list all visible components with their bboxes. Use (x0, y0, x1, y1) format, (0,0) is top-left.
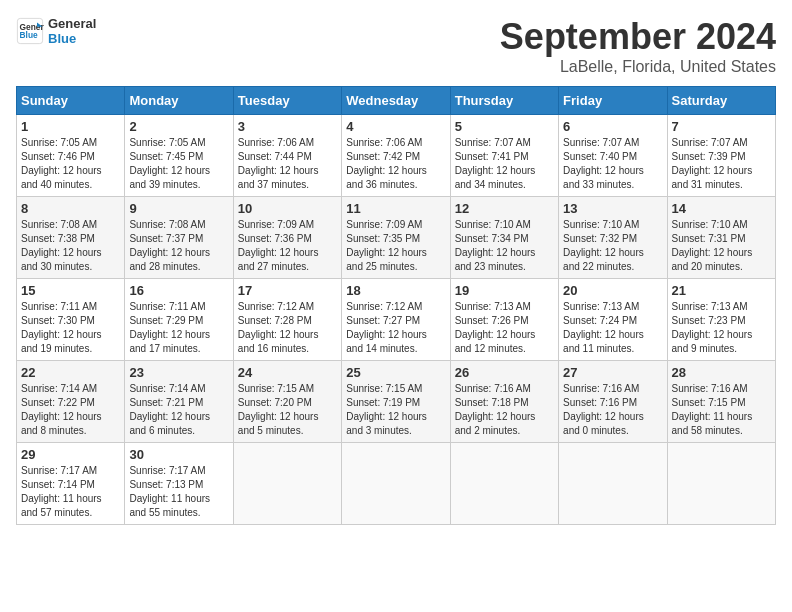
calendar-header: SundayMondayTuesdayWednesdayThursdayFrid… (17, 87, 776, 115)
day-info: Sunrise: 7:13 AMSunset: 7:24 PMDaylight:… (563, 300, 662, 356)
day-number: 27 (563, 365, 662, 380)
day-cell: 15 Sunrise: 7:11 AMSunset: 7:30 PMDaylig… (17, 279, 125, 361)
day-info: Sunrise: 7:17 AMSunset: 7:14 PMDaylight:… (21, 464, 120, 520)
day-info: Sunrise: 7:16 AMSunset: 7:16 PMDaylight:… (563, 382, 662, 438)
day-info: Sunrise: 7:10 AMSunset: 7:32 PMDaylight:… (563, 218, 662, 274)
day-number: 24 (238, 365, 337, 380)
day-info: Sunrise: 7:16 AMSunset: 7:15 PMDaylight:… (672, 382, 771, 438)
day-cell (342, 443, 450, 525)
day-number: 11 (346, 201, 445, 216)
day-cell: 23 Sunrise: 7:14 AMSunset: 7:21 PMDaylig… (125, 361, 233, 443)
day-cell: 27 Sunrise: 7:16 AMSunset: 7:16 PMDaylig… (559, 361, 667, 443)
day-cell: 6 Sunrise: 7:07 AMSunset: 7:40 PMDayligh… (559, 115, 667, 197)
header-cell-wednesday: Wednesday (342, 87, 450, 115)
title-area: September 2024 LaBelle, Florida, United … (500, 16, 776, 76)
day-cell: 1 Sunrise: 7:05 AMSunset: 7:46 PMDayligh… (17, 115, 125, 197)
day-cell (450, 443, 558, 525)
day-number: 8 (21, 201, 120, 216)
svg-text:Blue: Blue (20, 30, 38, 40)
day-info: Sunrise: 7:15 AMSunset: 7:20 PMDaylight:… (238, 382, 337, 438)
day-cell: 19 Sunrise: 7:13 AMSunset: 7:26 PMDaylig… (450, 279, 558, 361)
header-cell-sunday: Sunday (17, 87, 125, 115)
header: General Blue General Blue September 2024… (16, 16, 776, 76)
day-cell: 5 Sunrise: 7:07 AMSunset: 7:41 PMDayligh… (450, 115, 558, 197)
day-info: Sunrise: 7:16 AMSunset: 7:18 PMDaylight:… (455, 382, 554, 438)
day-cell: 11 Sunrise: 7:09 AMSunset: 7:35 PMDaylig… (342, 197, 450, 279)
day-info: Sunrise: 7:14 AMSunset: 7:21 PMDaylight:… (129, 382, 228, 438)
day-info: Sunrise: 7:12 AMSunset: 7:28 PMDaylight:… (238, 300, 337, 356)
day-number: 5 (455, 119, 554, 134)
day-info: Sunrise: 7:11 AMSunset: 7:30 PMDaylight:… (21, 300, 120, 356)
day-info: Sunrise: 7:05 AMSunset: 7:46 PMDaylight:… (21, 136, 120, 192)
day-number: 21 (672, 283, 771, 298)
day-number: 14 (672, 201, 771, 216)
day-info: Sunrise: 7:05 AMSunset: 7:45 PMDaylight:… (129, 136, 228, 192)
day-info: Sunrise: 7:15 AMSunset: 7:19 PMDaylight:… (346, 382, 445, 438)
day-number: 4 (346, 119, 445, 134)
day-number: 15 (21, 283, 120, 298)
day-cell: 28 Sunrise: 7:16 AMSunset: 7:15 PMDaylig… (667, 361, 775, 443)
week-row-3: 15 Sunrise: 7:11 AMSunset: 7:30 PMDaylig… (17, 279, 776, 361)
day-cell (667, 443, 775, 525)
day-cell: 13 Sunrise: 7:10 AMSunset: 7:32 PMDaylig… (559, 197, 667, 279)
day-cell: 14 Sunrise: 7:10 AMSunset: 7:31 PMDaylig… (667, 197, 775, 279)
calendar-table: SundayMondayTuesdayWednesdayThursdayFrid… (16, 86, 776, 525)
week-row-1: 1 Sunrise: 7:05 AMSunset: 7:46 PMDayligh… (17, 115, 776, 197)
day-number: 23 (129, 365, 228, 380)
day-info: Sunrise: 7:17 AMSunset: 7:13 PMDaylight:… (129, 464, 228, 520)
day-number: 18 (346, 283, 445, 298)
day-cell: 9 Sunrise: 7:08 AMSunset: 7:37 PMDayligh… (125, 197, 233, 279)
day-info: Sunrise: 7:09 AMSunset: 7:36 PMDaylight:… (238, 218, 337, 274)
day-number: 17 (238, 283, 337, 298)
day-info: Sunrise: 7:13 AMSunset: 7:26 PMDaylight:… (455, 300, 554, 356)
day-cell: 30 Sunrise: 7:17 AMSunset: 7:13 PMDaylig… (125, 443, 233, 525)
day-info: Sunrise: 7:07 AMSunset: 7:39 PMDaylight:… (672, 136, 771, 192)
logo-icon: General Blue (16, 17, 44, 45)
day-cell: 25 Sunrise: 7:15 AMSunset: 7:19 PMDaylig… (342, 361, 450, 443)
month-title: September 2024 (500, 16, 776, 58)
day-info: Sunrise: 7:07 AMSunset: 7:41 PMDaylight:… (455, 136, 554, 192)
day-number: 3 (238, 119, 337, 134)
day-cell: 2 Sunrise: 7:05 AMSunset: 7:45 PMDayligh… (125, 115, 233, 197)
day-number: 9 (129, 201, 228, 216)
day-info: Sunrise: 7:07 AMSunset: 7:40 PMDaylight:… (563, 136, 662, 192)
week-row-4: 22 Sunrise: 7:14 AMSunset: 7:22 PMDaylig… (17, 361, 776, 443)
day-cell: 8 Sunrise: 7:08 AMSunset: 7:38 PMDayligh… (17, 197, 125, 279)
day-cell: 20 Sunrise: 7:13 AMSunset: 7:24 PMDaylig… (559, 279, 667, 361)
day-cell: 4 Sunrise: 7:06 AMSunset: 7:42 PMDayligh… (342, 115, 450, 197)
day-cell: 16 Sunrise: 7:11 AMSunset: 7:29 PMDaylig… (125, 279, 233, 361)
day-cell: 10 Sunrise: 7:09 AMSunset: 7:36 PMDaylig… (233, 197, 341, 279)
day-info: Sunrise: 7:08 AMSunset: 7:37 PMDaylight:… (129, 218, 228, 274)
day-number: 13 (563, 201, 662, 216)
day-number: 29 (21, 447, 120, 462)
day-number: 10 (238, 201, 337, 216)
day-cell: 21 Sunrise: 7:13 AMSunset: 7:23 PMDaylig… (667, 279, 775, 361)
day-info: Sunrise: 7:12 AMSunset: 7:27 PMDaylight:… (346, 300, 445, 356)
day-info: Sunrise: 7:09 AMSunset: 7:35 PMDaylight:… (346, 218, 445, 274)
day-info: Sunrise: 7:14 AMSunset: 7:22 PMDaylight:… (21, 382, 120, 438)
day-number: 19 (455, 283, 554, 298)
day-number: 7 (672, 119, 771, 134)
week-row-5: 29 Sunrise: 7:17 AMSunset: 7:14 PMDaylig… (17, 443, 776, 525)
week-row-2: 8 Sunrise: 7:08 AMSunset: 7:38 PMDayligh… (17, 197, 776, 279)
header-cell-tuesday: Tuesday (233, 87, 341, 115)
day-info: Sunrise: 7:11 AMSunset: 7:29 PMDaylight:… (129, 300, 228, 356)
day-info: Sunrise: 7:10 AMSunset: 7:31 PMDaylight:… (672, 218, 771, 274)
day-info: Sunrise: 7:06 AMSunset: 7:44 PMDaylight:… (238, 136, 337, 192)
day-cell: 29 Sunrise: 7:17 AMSunset: 7:14 PMDaylig… (17, 443, 125, 525)
day-number: 28 (672, 365, 771, 380)
day-cell (559, 443, 667, 525)
day-number: 26 (455, 365, 554, 380)
header-cell-friday: Friday (559, 87, 667, 115)
day-number: 6 (563, 119, 662, 134)
logo-line2: Blue (48, 31, 96, 46)
header-cell-thursday: Thursday (450, 87, 558, 115)
day-info: Sunrise: 7:13 AMSunset: 7:23 PMDaylight:… (672, 300, 771, 356)
day-cell: 7 Sunrise: 7:07 AMSunset: 7:39 PMDayligh… (667, 115, 775, 197)
day-number: 12 (455, 201, 554, 216)
header-cell-monday: Monday (125, 87, 233, 115)
day-number: 2 (129, 119, 228, 134)
day-number: 1 (21, 119, 120, 134)
day-number: 25 (346, 365, 445, 380)
day-cell: 22 Sunrise: 7:14 AMSunset: 7:22 PMDaylig… (17, 361, 125, 443)
